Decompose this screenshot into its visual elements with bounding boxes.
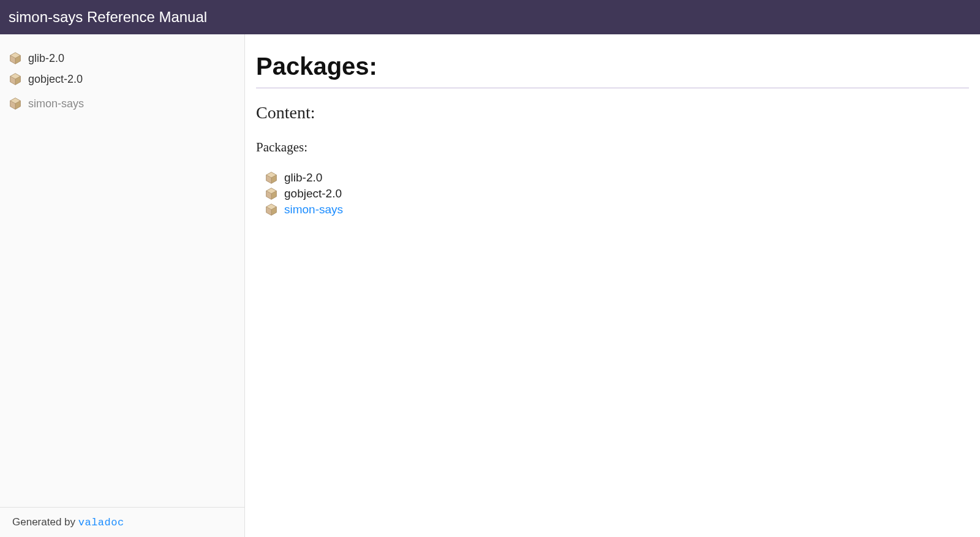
footer-prefix: Generated by [12, 516, 78, 528]
sidebar: glib-2.0 gobject-2.0 [0, 34, 245, 537]
page-title: Packages: [256, 53, 969, 88]
sidebar-item-label: simon-says [28, 97, 84, 110]
list-item: gobject-2.0 [265, 186, 969, 202]
list-item: simon-says [265, 202, 969, 218]
package-icon [265, 203, 278, 216]
sidebar-content: glib-2.0 gobject-2.0 [0, 34, 244, 507]
sidebar-item-label: glib-2.0 [28, 52, 64, 65]
header: simon-says Reference Manual [0, 0, 980, 34]
package-link[interactable]: simon-says [284, 203, 343, 216]
page-header-title: simon-says Reference Manual [9, 9, 207, 25]
list-item: glib-2.0 [265, 170, 969, 186]
package-label: glib-2.0 [284, 171, 322, 185]
package-icon [265, 187, 278, 200]
body-container: glib-2.0 gobject-2.0 [0, 34, 980, 537]
main-content: Packages: Content: Packages: glib-2.0 [245, 34, 980, 537]
package-icon [9, 97, 22, 110]
sidebar-item-gobject[interactable]: gobject-2.0 [6, 69, 238, 90]
sidebar-item-label: gobject-2.0 [28, 73, 83, 86]
content-heading: Content: [256, 103, 969, 123]
package-icon [9, 72, 22, 86]
package-label: gobject-2.0 [284, 187, 342, 200]
valadoc-link[interactable]: valadoc [78, 517, 124, 528]
sidebar-item-simon-says[interactable]: simon-says [6, 93, 238, 114]
package-icon [9, 51, 22, 65]
sidebar-item-glib[interactable]: glib-2.0 [6, 48, 238, 69]
package-list: glib-2.0 gobject-2.0 [256, 170, 969, 218]
sidebar-footer: Generated by valadoc [0, 507, 244, 537]
package-icon [265, 171, 278, 185]
packages-subheading: Packages: [256, 140, 969, 155]
